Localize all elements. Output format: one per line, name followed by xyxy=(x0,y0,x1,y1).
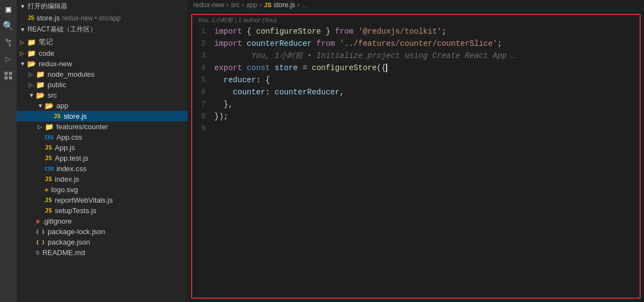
tree-item-label: src xyxy=(47,91,57,99)
open-editors-label: 打开的编辑器 xyxy=(28,2,67,11)
open-editors-section[interactable]: ▼ 打开的编辑器 xyxy=(17,0,188,13)
tree-item-label: features/counter xyxy=(56,123,108,131)
line-content: }, xyxy=(212,98,640,110)
svg-rect-7 xyxy=(4,76,8,80)
tree-item-app-js[interactable]: JSApp.js xyxy=(17,142,188,153)
tree-item-label: package.json xyxy=(47,238,90,246)
tree-item-index-js[interactable]: JSindex.js xyxy=(17,174,188,184)
line-content: import counterReducer from '../features/… xyxy=(212,38,640,50)
tree-item-label: app xyxy=(56,102,68,110)
tree-item---[interactable]: ▷📁笔记 xyxy=(17,36,188,48)
extensions-icon[interactable] xyxy=(1,68,15,83)
tree-item-label: reportWebVitals.js xyxy=(55,196,113,204)
token-plain: ; xyxy=(498,39,502,48)
tree-item-readme-md[interactable]: ≡README.md xyxy=(17,247,188,258)
open-file-store[interactable]: JS store.js redux-new • src/app xyxy=(17,13,188,23)
code-line-8: 8}); xyxy=(192,110,640,123)
code-line-6: 6 counter: counterReducer, xyxy=(192,86,640,98)
file-icon: { } xyxy=(36,240,45,245)
code-lines: 1import { configureStore } from '@reduxj… xyxy=(192,25,640,135)
token-plain: : xyxy=(265,88,275,97)
tree-item-app-css[interactable]: CSSApp.css xyxy=(17,132,188,142)
svg-point-2 xyxy=(9,40,11,42)
line-number: 3 xyxy=(192,50,212,62)
tree-item-label: node_modules xyxy=(47,70,94,78)
tree-item-package-lock-json[interactable]: { }package-lock.json xyxy=(17,226,188,237)
tree-item-src[interactable]: ▼📂src xyxy=(17,90,188,100)
file-icon: 📁 xyxy=(36,70,45,78)
open-file-name: store.js xyxy=(36,14,60,22)
tree-item-features-counter[interactable]: ▷📁features/counter xyxy=(17,121,188,132)
tree-arrow: ▷ xyxy=(20,39,25,45)
tree-item-label: index.css xyxy=(56,165,86,173)
line-number: 1 xyxy=(192,25,212,38)
open-editors-arrow: ▼ xyxy=(20,3,25,9)
blame-line: You, 1小时前 | 1 author (You) xyxy=(192,15,640,25)
tree-item-redux-new[interactable]: ▼📂redux-new xyxy=(17,59,188,69)
debug-icon[interactable]: ▷ xyxy=(1,52,15,66)
source-control-icon[interactable] xyxy=(1,35,15,50)
tree-item-setuptests-js[interactable]: JSsetupTests.js xyxy=(17,205,188,216)
token-var: counter xyxy=(233,88,266,97)
breadcrumb-js-icon: JS xyxy=(264,2,271,8)
breadcrumb-app: app xyxy=(246,1,257,9)
svg-point-1 xyxy=(9,44,11,46)
token-kw2: from xyxy=(316,39,335,48)
file-icon: 📁 xyxy=(27,38,36,46)
editor-content[interactable]: You, 1小时前 | 1 author (You) 1import { con… xyxy=(191,14,641,299)
line-number: 8 xyxy=(192,110,212,123)
tree-item-app[interactable]: ▼📂app xyxy=(17,100,188,111)
line-number: 6 xyxy=(192,86,212,98)
token-fn: configureStore xyxy=(256,27,321,36)
tree-arrow: ▷ xyxy=(20,50,25,56)
tree-item-label: public xyxy=(47,81,66,89)
activity-bar: ▣ 🔍 ▷ xyxy=(0,0,17,302)
tree-item-label: package-lock.json xyxy=(47,227,105,236)
breadcrumb-filename: store.js xyxy=(274,1,295,9)
search-icon[interactable]: 🔍 xyxy=(1,19,15,33)
open-file-path: redux-new • src/app xyxy=(62,14,120,22)
tree-item-label: code xyxy=(39,49,54,57)
token-plain: }, xyxy=(214,100,233,109)
tree-item-label: redux-new xyxy=(39,60,72,68)
file-icon: 📂 xyxy=(27,60,36,68)
breadcrumb-redux-new: redux-new xyxy=(193,1,224,9)
tree-item--gitignore[interactable]: ◉.gitignore xyxy=(17,216,188,226)
line-number: 9 xyxy=(192,123,212,135)
code-line-1: 1import { configureStore } from '@reduxj… xyxy=(192,25,640,38)
line-content: export const store = configureStore({ xyxy=(212,62,640,74)
sidebar: ▼ 打开的编辑器 JS store.js redux-new • src/app… xyxy=(17,0,188,302)
tree-item-label: setupTests.js xyxy=(55,206,96,215)
tree-item-public[interactable]: ▷📁public xyxy=(17,80,188,90)
file-icon: CSS xyxy=(45,135,54,140)
tree-item-index-css[interactable]: CSSindex.css xyxy=(17,163,188,174)
file-icon: JS xyxy=(45,155,52,162)
token-kw: const xyxy=(247,63,270,72)
token-plain xyxy=(270,63,275,72)
tree-item-label: store.js xyxy=(64,112,87,120)
file-tree: ▷📁笔记▷📁code▼📂redux-new▷📁node_modules▷📁pub… xyxy=(17,36,188,258)
tree-arrow: ▷ xyxy=(29,71,34,77)
tree-item-app-test-js[interactable]: JSApp.test.js xyxy=(17,153,188,163)
tree-item-label: README.md xyxy=(43,248,85,257)
file-icon: JS xyxy=(45,207,52,214)
tree-item-logo-svg[interactable]: ◈logo.svg xyxy=(17,184,188,195)
code-line-2: 2import counterReducer from '../features… xyxy=(192,38,640,50)
token-kw2: import xyxy=(214,27,242,36)
file-icon: JS xyxy=(45,176,52,183)
token-var: store xyxy=(275,63,298,72)
js-icon: JS xyxy=(28,15,34,21)
tree-item-label: App.css xyxy=(56,133,82,141)
tree-item-code[interactable]: ▷📁code xyxy=(17,48,188,59)
token-str: '@reduxjs/toolkit' xyxy=(358,27,442,36)
tree-item-package-json[interactable]: { }package.json xyxy=(17,237,188,247)
tree-item-label: App.js xyxy=(55,144,75,152)
explorer-section[interactable]: ▼ REACT基础（工作区） xyxy=(17,23,188,36)
tree-item-store-js[interactable]: JSstore.js xyxy=(17,111,188,121)
file-icon: ≡ xyxy=(36,249,40,256)
files-icon[interactable]: ▣ xyxy=(1,2,15,17)
line-number: 4 xyxy=(192,62,212,74)
tree-item-node-modules[interactable]: ▷📁node_modules xyxy=(17,69,188,80)
token-plain xyxy=(242,39,246,48)
tree-item-reportwebvitals-js[interactable]: JSreportWebVitals.js xyxy=(17,195,188,205)
